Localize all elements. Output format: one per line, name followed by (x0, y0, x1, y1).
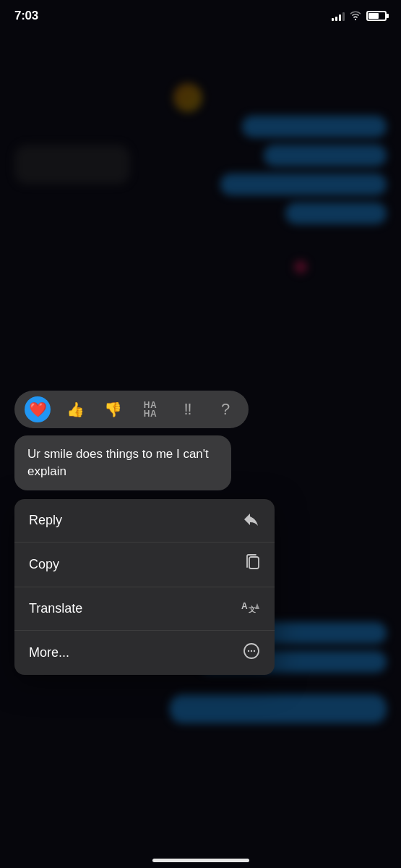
message-area: ❤️ 👍 👎 HAHA ‼ ? Ur smile does things to … (14, 391, 275, 675)
svg-text:文: 文 (249, 605, 256, 613)
translate-label: Translate (29, 601, 82, 616)
message-text: Ur smile does things to me I can't expla… (27, 447, 209, 478)
copy-label: Copy (29, 557, 59, 572)
more-icon (243, 642, 260, 663)
signal-bar-4 (342, 12, 345, 21)
question-icon: ? (221, 400, 230, 419)
signal-bar-3 (339, 14, 341, 21)
more-label: More... (29, 645, 69, 660)
status-bar: 7:03 (0, 0, 401, 32)
home-indicator (152, 859, 249, 862)
reaction-heart[interactable]: ❤️ (25, 396, 51, 422)
reaction-question[interactable]: ? (212, 396, 238, 422)
svg-point-5 (251, 650, 252, 651)
context-menu: Reply Copy Translate A 文 (14, 499, 275, 675)
battery-fill (368, 13, 379, 19)
svg-text:A: A (241, 601, 248, 611)
svg-point-6 (254, 650, 255, 651)
battery-icon (366, 11, 387, 21)
status-time: 7:03 (14, 9, 38, 23)
context-menu-reply[interactable]: Reply (14, 499, 275, 542)
context-menu-translate[interactable]: Translate A 文 (14, 587, 275, 631)
haha-text: HAHA (144, 401, 157, 418)
reply-label: Reply (29, 513, 62, 528)
signal-bar-2 (335, 17, 337, 21)
reaction-thumbsup[interactable]: 👍 (62, 396, 88, 422)
thumbsup-icon: 👍 (66, 401, 85, 418)
svg-rect-0 (249, 557, 259, 569)
reaction-exclaim[interactable]: ‼ (175, 396, 201, 422)
heart-icon: ❤️ (29, 401, 47, 418)
reaction-haha[interactable]: HAHA (137, 396, 163, 422)
reaction-bar[interactable]: ❤️ 👍 👎 HAHA ‼ ? (14, 391, 249, 428)
reaction-thumbsdown[interactable]: 👎 (100, 396, 126, 422)
wifi-icon (349, 11, 362, 21)
status-icons (332, 11, 387, 21)
exclaim-icon: ‼ (184, 400, 192, 419)
svg-point-4 (248, 650, 249, 651)
reply-icon (243, 511, 260, 530)
context-menu-copy[interactable]: Copy (14, 542, 275, 587)
context-menu-more[interactable]: More... (14, 631, 275, 675)
thumbsdown-icon: 👎 (104, 401, 122, 418)
signal-bar-1 (332, 18, 334, 21)
message-bubble: Ur smile does things to me I can't expla… (14, 435, 231, 490)
translate-icon: A 文 (241, 599, 260, 618)
copy-icon (244, 554, 260, 575)
signal-bars-icon (332, 11, 345, 21)
